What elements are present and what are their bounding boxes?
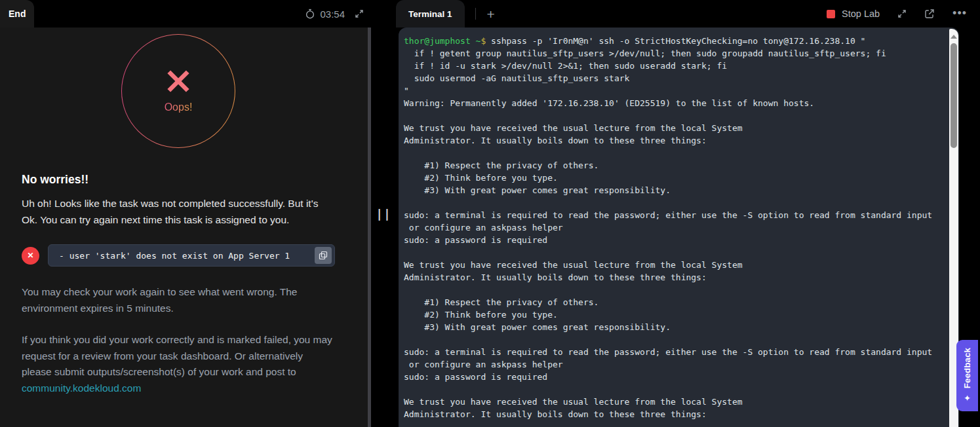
feedback-label: Feedback	[962, 348, 972, 388]
terminal-output-line: Administrator. It usually boils down to …	[404, 134, 939, 147]
terminal-output-line: #3) With great power comes great respons…	[404, 321, 939, 333]
terminal-output-line: if ! id -u stark >/dev/null 2>&1; then s…	[404, 60, 939, 72]
sparkle-icon: ✦	[962, 394, 972, 403]
end-tab[interactable]: End	[0, 0, 34, 28]
error-text: - user 'stark' does not exist on App Ser…	[59, 251, 315, 261]
terminal-output-line: #2) Think before you type.	[404, 172, 939, 184]
result-badge: Oops!	[121, 34, 235, 148]
stop-icon	[827, 10, 835, 18]
prompt-user: thor@jumphost	[404, 36, 471, 46]
terminal-lines: if ! getent group nautilus_sftp_users >/…	[404, 47, 939, 420]
tab-terminal-1[interactable]: Terminal 1	[396, 0, 465, 28]
terminal-output-line: or configure an askpass helper	[404, 221, 939, 234]
terminal-output-line	[404, 284, 939, 296]
timer-value: 03:54	[320, 9, 345, 20]
terminal-area: thor@jumphost ~$ sshpass -p 'Ir0nM@n' ss…	[396, 28, 980, 427]
result-title: No worries!!	[22, 173, 335, 187]
terminal-output-line: sudo: a terminal is required to read the…	[404, 346, 939, 358]
divider-drag-handle[interactable]: ||	[376, 207, 391, 221]
left-panel-scrollbar[interactable]	[368, 28, 371, 427]
scrollbar-thumb[interactable]	[951, 43, 957, 148]
terminal-output-line: Administrator. It usually boils down to …	[404, 271, 939, 284]
stopwatch-icon	[305, 9, 315, 19]
feedback-button[interactable]: ✦ Feedback	[956, 340, 978, 411]
error-cross-icon: ✕	[22, 247, 39, 265]
panel-divider: ||	[371, 0, 396, 427]
terminal-output-line: Administrator. It usually boils down to …	[404, 408, 939, 420]
expand-terminal-icon[interactable]	[897, 9, 907, 18]
terminal-output-line: We trust you have received the usual lec…	[404, 259, 939, 271]
terminal-output-line	[404, 196, 939, 209]
terminal-output-line	[404, 109, 939, 122]
stop-lab-button[interactable]: Stop Lab	[827, 9, 880, 19]
stop-lab-label: Stop Lab	[842, 9, 880, 19]
terminal-output-line: #3) With great power comes great respons…	[404, 184, 939, 196]
terminal-output-line: We trust you have received the usual lec…	[404, 396, 939, 408]
terminal-output-line	[404, 246, 939, 259]
end-tab-label: End	[9, 9, 26, 19]
terminal-output-line: sudo: a password is required	[404, 371, 939, 383]
left-topbar: End 03:54	[0, 0, 371, 28]
terminal-section: Terminal 1 + Stop Lab	[396, 0, 980, 427]
terminal-output-line: #2) Think before you type.	[404, 308, 939, 321]
terminal-output-line: We trust you have received the usual lec…	[404, 122, 939, 134]
tab-separator	[475, 8, 476, 20]
terminal-output-line: or configure an askpass helper	[404, 358, 939, 371]
lab-timer: 03:54	[305, 9, 345, 20]
result-message: Uh oh! Looks like the task was not compl…	[22, 195, 335, 228]
copy-icon	[319, 251, 328, 260]
scroll-up-arrow-icon[interactable]	[951, 35, 957, 39]
note-review-text: If you think you did your work correctly…	[22, 334, 332, 377]
terminal-output-line	[404, 383, 939, 396]
terminal-output-line: Warning: Permanently added '172.16.238.1…	[404, 97, 939, 109]
error-box: - user 'stark' does not exist on App Ser…	[48, 244, 335, 267]
new-terminal-button[interactable]: +	[487, 7, 495, 21]
terminal-output-line: sudo: a terminal is required to read the…	[404, 209, 939, 221]
error-row: ✕ - user 'stark' does not exist on App S…	[22, 244, 335, 267]
terminal-output-line: #1) Respect the privacy of others.	[404, 159, 939, 172]
terminal-output-line: sudo: a password is required	[404, 234, 939, 246]
result-panel-section: End 03:54	[0, 0, 371, 427]
result-panel-body: Oops! No worries!! Uh oh! Looks like the…	[0, 28, 371, 427]
terminal-tab-label: Terminal 1	[408, 9, 452, 19]
note-review: If you think you did your work correctly…	[22, 332, 335, 396]
more-options-icon[interactable]: •••	[952, 11, 967, 16]
open-external-icon[interactable]	[924, 9, 935, 19]
terminal-output-line: "	[404, 84, 939, 97]
terminal-topbar: Terminal 1 + Stop Lab	[396, 0, 980, 28]
expand-left-panel-icon[interactable]	[355, 9, 364, 18]
terminal-prompt-line: thor@jumphost ~$ sshpass -p 'Ir0nM@n' ss…	[404, 35, 939, 47]
badge-label: Oops!	[165, 102, 193, 113]
terminal-command: sshpass -p 'Ir0nM@n' ssh -o StrictHostKe…	[486, 36, 865, 46]
note-check-work: You may check your work again to see wha…	[22, 284, 335, 316]
app-root: End 03:54	[0, 0, 980, 427]
terminal-output-line: #1) Respect the privacy of others.	[404, 296, 939, 308]
terminal-output-line: if ! getent group nautilus_sftp_users >/…	[404, 47, 939, 60]
terminal[interactable]: thor@jumphost ~$ sshpass -p 'Ir0nM@n' ss…	[399, 28, 959, 427]
community-link[interactable]: community.kodekloud.com	[22, 382, 141, 394]
prompt-path: ~	[471, 36, 481, 46]
failure-cross-icon	[166, 69, 191, 94]
terminal-output-line: sudo usermod -aG nautilus_sftp_users sta…	[404, 72, 939, 84]
terminal-output-line	[404, 147, 939, 159]
copy-button[interactable]	[315, 247, 332, 264]
terminal-output-line	[404, 333, 939, 346]
